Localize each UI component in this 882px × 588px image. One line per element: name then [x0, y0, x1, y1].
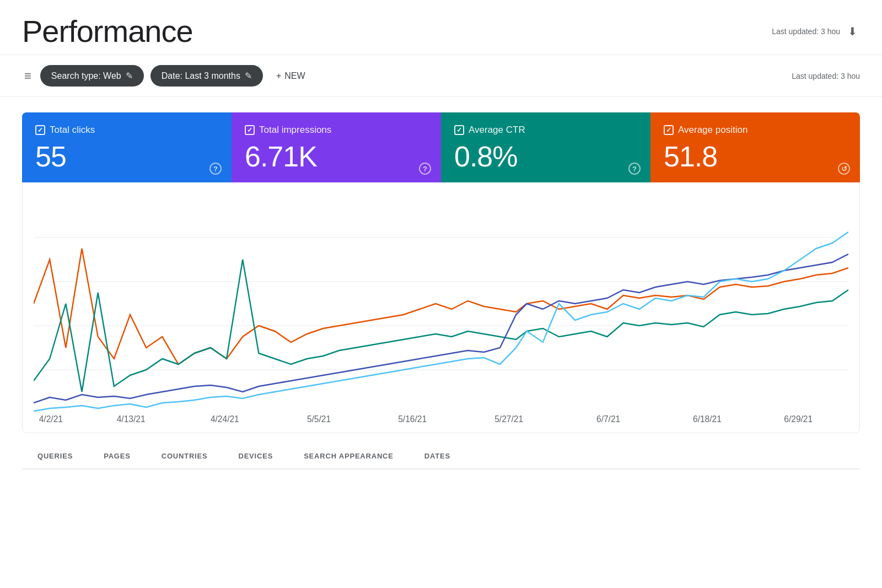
search-type-label: Search type: Web — [51, 71, 121, 81]
svg-text:6/29/21: 6/29/21 — [784, 414, 813, 424]
metric-card-total-impressions[interactable]: Total impressions 6.71K ? — [232, 112, 441, 182]
toolbar: ≡ Search type: Web ✎ Date: Last 3 months… — [0, 55, 882, 97]
last-updated-toolbar: Last updated: 3 hou — [792, 72, 860, 80]
page-title: Performance — [22, 13, 193, 49]
svg-text:4/13/21: 4/13/21 — [117, 414, 146, 424]
metric-label-ctr: Average CTR — [469, 125, 525, 136]
tab-search-appearance[interactable]: SEARCH APPEARANCE — [288, 444, 409, 470]
edit-date-icon: ✎ — [245, 71, 252, 81]
svg-text:5/27/21: 5/27/21 — [494, 414, 523, 424]
date-filter-button[interactable]: Date: Last 3 months ✎ — [150, 65, 263, 87]
metric-value-ctr: 0.8% — [454, 141, 637, 172]
tab-queries[interactable]: QUERIES — [22, 444, 88, 470]
metric-value-clicks: 55 — [35, 141, 218, 172]
date-label: Date: Last 3 months — [162, 71, 240, 81]
svg-text:5/5/21: 5/5/21 — [307, 414, 331, 424]
tab-countries[interactable]: COUNTRIES — [146, 444, 223, 470]
metric-info-clicks[interactable]: ? — [209, 163, 222, 175]
tab-pages[interactable]: PAGES — [88, 444, 146, 470]
metric-label-row-impressions: Total impressions — [245, 125, 428, 136]
page-header: Performance Last updated: 3 hou ⬇ — [0, 0, 882, 55]
chart-area: 4/2/21 4/13/21 4/24/21 5/5/21 5/16/21 5/… — [22, 182, 860, 433]
metric-label-clicks: Total clicks — [50, 125, 95, 136]
metric-label-impressions: Total impressions — [259, 125, 331, 136]
svg-text:6/18/21: 6/18/21 — [693, 414, 722, 424]
metric-info-ctr[interactable]: ? — [628, 163, 641, 175]
svg-text:5/16/21: 5/16/21 — [398, 414, 427, 424]
metric-checkbox-clicks[interactable] — [35, 125, 45, 135]
new-filter-button[interactable]: + NEW — [270, 66, 312, 87]
last-updated-text: Last updated: 3 hou — [772, 27, 840, 36]
tab-dates[interactable]: DATES — [409, 444, 466, 470]
metric-card-total-clicks[interactable]: Total clicks 55 ? — [22, 112, 232, 182]
plus-icon: + — [276, 71, 281, 81]
metric-checkbox-position[interactable] — [664, 125, 674, 135]
metric-value-impressions: 6.71K — [245, 141, 428, 172]
metric-checkbox-impressions[interactable] — [245, 125, 255, 135]
svg-text:4/2/21: 4/2/21 — [39, 414, 63, 424]
svg-text:6/7/21: 6/7/21 — [596, 414, 620, 424]
edit-search-type-icon: ✎ — [126, 71, 133, 81]
metric-card-average-position[interactable]: Average position 51.8 ↺ — [650, 112, 860, 182]
svg-text:4/24/21: 4/24/21 — [211, 414, 239, 424]
metric-value-position: 51.8 — [664, 141, 847, 172]
page: Performance Last updated: 3 hou ⬇ ≡ Sear… — [0, 0, 882, 588]
metric-card-average-ctr[interactable]: Average CTR 0.8% ? — [441, 112, 650, 182]
filter-icon[interactable]: ≡ — [22, 67, 34, 85]
metric-label-row-position: Average position — [664, 125, 847, 136]
metric-checkbox-ctr[interactable] — [454, 125, 464, 135]
metrics-row: Total clicks 55 ? Total impressions 6.71… — [22, 112, 860, 182]
header-right: Last updated: 3 hou ⬇ — [772, 24, 860, 39]
metric-info-impressions[interactable]: ? — [419, 163, 431, 175]
tabs-row: QUERIES PAGES COUNTRIES DEVICES SEARCH A… — [22, 444, 860, 470]
search-type-button[interactable]: Search type: Web ✎ — [40, 65, 144, 87]
metric-info-position[interactable]: ↺ — [838, 163, 850, 175]
performance-chart: 4/2/21 4/13/21 4/24/21 5/5/21 5/16/21 5/… — [34, 193, 848, 425]
metric-label-row-ctr: Average CTR — [454, 125, 637, 136]
new-label: NEW — [284, 71, 305, 81]
metric-label-row-clicks: Total clicks — [35, 125, 218, 136]
download-icon[interactable]: ⬇ — [845, 24, 860, 39]
metric-label-position: Average position — [678, 125, 747, 136]
tab-devices[interactable]: DEVICES — [223, 444, 288, 470]
